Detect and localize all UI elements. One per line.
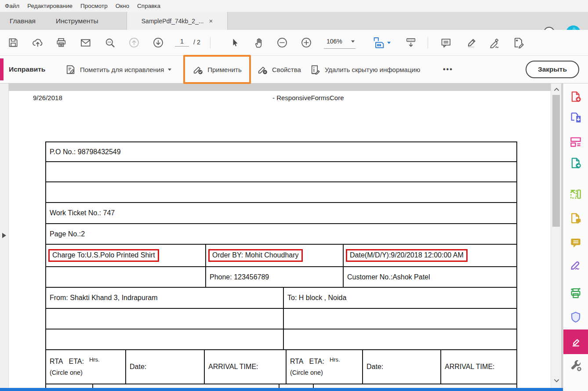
acrobat-window: Файл Редактирование Просмотр Окно Справк… — [0, 0, 588, 391]
from-cell: From: Shakti Khand 3, Indrapuram — [46, 288, 283, 308]
print-production-icon[interactable] — [569, 287, 582, 300]
comment-tool-icon[interactable] — [569, 236, 582, 249]
hand-tool-icon[interactable] — [249, 30, 268, 55]
charge-to-cell: Charge To:U.S.Polo Printed Shirt — [46, 245, 205, 266]
redact-mode-title: Исправить — [9, 56, 45, 83]
empty-cell — [46, 267, 205, 287]
fill-sign-icon[interactable] — [509, 30, 528, 55]
doc-header-date: 9/26/2018 — [33, 94, 62, 101]
page-display-icon[interactable] — [401, 30, 421, 55]
scrollbar-thumb[interactable] — [552, 95, 560, 227]
document-tab-label: SamplePdf_74kb_2_... — [142, 18, 204, 25]
document-area: 9/26/2018 - ResponsiveFormsCore P.O No.:… — [0, 83, 588, 391]
export-pdf-icon[interactable] — [569, 111, 582, 124]
empty-cell — [46, 329, 283, 349]
remove-hidden-info-button[interactable]: Удалить скрытую информацию — [310, 56, 420, 83]
previous-page-icon[interactable] — [124, 30, 144, 55]
tab-tools[interactable]: Инструменты — [46, 12, 108, 30]
arrival-time-cell: ARRIVAL TIME: — [204, 350, 286, 384]
phone-cell: Phone: 123456789 — [205, 267, 343, 287]
tab-home[interactable]: Главная — [0, 12, 45, 30]
more-tools-icon[interactable] — [569, 359, 582, 372]
date-label-cell: Date: — [362, 350, 440, 384]
redaction-mark[interactable]: Date(M/D/Y):9/20/2018 12:00:00 AM — [346, 249, 468, 262]
empty-cell — [46, 309, 283, 329]
menu-edit[interactable]: Редактирование — [23, 0, 76, 12]
scroll-up-icon[interactable] — [553, 86, 560, 93]
menu-window[interactable]: Окно — [112, 0, 133, 12]
customer-no-cell: Customer No.:Ashok Patel — [343, 267, 516, 287]
close-tab-icon[interactable]: × — [209, 18, 213, 24]
send-pdf-icon[interactable] — [569, 156, 582, 170]
redaction-mark[interactable]: Order BY: Mohit Choudhary — [208, 249, 303, 262]
order-by-cell: Order BY: Mohit Choudhary — [205, 245, 343, 266]
redact-tool-active[interactable] — [563, 329, 588, 354]
create-pdf-icon[interactable] — [569, 90, 582, 103]
fill-sign-tool-icon[interactable] — [569, 258, 582, 271]
zoom-level-select[interactable]: 106% — [324, 35, 356, 49]
zoom-value: 106% — [327, 38, 342, 45]
selected-field-bar — [0, 388, 563, 391]
scroll-down-icon[interactable] — [553, 377, 560, 384]
mark-for-redaction-button[interactable]: Пометить для исправления — [65, 56, 171, 83]
share-upload-icon[interactable] — [28, 30, 47, 55]
fit-width-icon[interactable] — [370, 30, 393, 55]
empty-cell — [46, 162, 516, 181]
empty-cell — [283, 329, 516, 349]
properties-button[interactable]: Свойства — [257, 56, 301, 83]
vertical-scrollbar[interactable] — [551, 83, 561, 388]
rta-eta-cell: RTAETA:Hrs. (Circle one) — [286, 350, 362, 384]
highlighter-icon[interactable] — [461, 30, 480, 55]
menu-bar: Файл Редактирование Просмотр Окно Справк… — [0, 0, 588, 12]
main-toolbar: 1 / 2 106% — [0, 30, 588, 56]
save-icon[interactable] — [4, 30, 23, 55]
print-icon[interactable] — [51, 30, 71, 55]
doc-header-title: - ResponsiveFormsCore — [272, 94, 344, 101]
export-comments-icon[interactable] — [569, 212, 582, 225]
apply-label: Применить — [207, 66, 242, 73]
zoom-in-icon[interactable] — [297, 30, 316, 55]
mark-for-redaction-label: Пометить для исправления — [80, 66, 164, 73]
toolbar-separator — [428, 37, 428, 48]
navigation-pane-strip — [0, 83, 9, 391]
protect-icon[interactable] — [569, 311, 582, 324]
tab-bar: Главная Инструменты SamplePdf_74kb_2_...… — [0, 12, 588, 30]
date-label-cell: Date: — [125, 350, 204, 384]
po-number-cell: P.O No.: 98798432549 — [46, 142, 516, 161]
organize-pages-icon[interactable] — [569, 135, 582, 148]
redact-accent-bar — [0, 58, 4, 80]
toolbar-separator — [210, 37, 211, 48]
menu-view[interactable]: Просмотр — [76, 0, 112, 12]
search-icon[interactable] — [100, 30, 120, 55]
menu-file[interactable]: Файл — [1, 0, 23, 12]
close-redact-button[interactable]: Закрыть — [526, 61, 579, 78]
arrival-time-cell: ARRIVAL TIME: — [440, 350, 516, 384]
tab-document[interactable]: SamplePdf_74kb_2_... × — [127, 12, 228, 30]
expand-panel-icon[interactable] — [2, 233, 6, 238]
date-cell: Date(M/D/Y):9/20/2018 12:00:00 AM — [343, 245, 516, 266]
properties-label: Свойства — [272, 66, 301, 73]
next-page-icon[interactable] — [149, 30, 168, 55]
redaction-mark[interactable]: Charge To:U.S.Polo Printed Shirt — [48, 249, 159, 262]
more-options-button[interactable]: ••• — [443, 56, 453, 83]
to-cell: To: H block , Noida — [283, 288, 516, 308]
chevron-down-icon — [351, 40, 355, 43]
select-tool-icon[interactable] — [225, 30, 244, 55]
sign-pen-icon[interactable] — [485, 30, 504, 55]
empty-cell — [283, 309, 516, 329]
apply-button-highlighted[interactable]: Применить — [183, 55, 251, 84]
page-total-label: / 2 — [193, 39, 200, 46]
tools-sidebar — [563, 83, 588, 391]
email-icon[interactable] — [76, 30, 95, 55]
comment-icon[interactable] — [436, 30, 455, 55]
redact-action-bar: Исправить Пометить для исправления Приме… — [0, 56, 588, 83]
page-number-input[interactable]: 1 — [175, 38, 189, 47]
chevron-down-icon — [387, 42, 391, 44]
zoom-out-icon[interactable] — [272, 30, 292, 55]
work-ticket-cell: Work Ticket No.: 747 — [46, 203, 516, 223]
menu-help[interactable]: Справка — [133, 0, 164, 12]
work-ticket-table: P.O No.: 98798432549 Work Ticket No.: 74… — [45, 141, 517, 389]
edit-pdf-icon[interactable] — [569, 188, 582, 201]
empty-cell — [46, 182, 516, 202]
page-number-cell: Page No.:2 — [46, 224, 516, 244]
